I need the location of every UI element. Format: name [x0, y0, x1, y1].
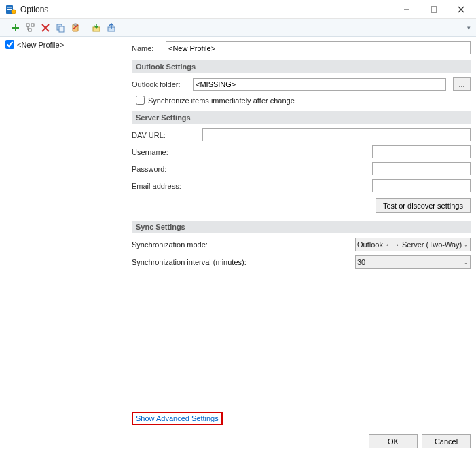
svg-rect-1	[7, 7, 12, 8]
toolbar-overflow-icon[interactable]: ▾	[464, 24, 473, 31]
tree-icon[interactable]	[24, 21, 37, 35]
export-icon[interactable]	[105, 21, 118, 35]
advanced-link-highlight: Show Advanced Settings	[132, 412, 223, 425]
add-icon[interactable]	[9, 21, 22, 35]
sync-immediate-checkbox[interactable]	[136, 96, 145, 105]
svg-rect-10	[26, 24, 29, 26]
dav-url-input[interactable]	[202, 128, 471, 141]
toolbar-grip	[5, 22, 5, 33]
chevron-down-icon: ⌄	[464, 242, 469, 248]
username-input[interactable]	[372, 145, 471, 158]
minimize-button[interactable]	[393, 0, 420, 19]
settings-panel: Name: Outlook Settings Outlook folder: .…	[126, 37, 476, 431]
email-label: Email address:	[132, 182, 198, 190]
outlook-folder-label: Outlook folder:	[132, 80, 189, 88]
test-discover-button[interactable]: Test or discover settings	[376, 198, 471, 213]
sync-mode-label: Synchronization mode:	[132, 240, 208, 249]
sync-settings-header: Sync Settings	[132, 221, 471, 233]
svg-rect-5	[431, 7, 437, 12]
show-advanced-link[interactable]: Show Advanced Settings	[136, 414, 219, 422]
server-settings-header: Server Settings	[132, 111, 471, 124]
maximize-button[interactable]	[420, 0, 447, 19]
name-label: Name:	[132, 44, 162, 52]
chevron-down-icon: ⌄	[464, 259, 469, 266]
profile-checkbox[interactable]	[5, 40, 14, 49]
delete-icon[interactable]	[39, 21, 52, 35]
copy-icon[interactable]	[54, 21, 67, 35]
app-icon	[5, 4, 16, 15]
svg-rect-11	[31, 24, 34, 26]
password-input[interactable]	[372, 162, 471, 175]
browse-folder-button[interactable]: ...	[453, 77, 471, 91]
import-icon[interactable]	[90, 21, 103, 35]
dav-url-label: DAV URL:	[132, 131, 198, 139]
clipboard-icon[interactable]	[69, 21, 82, 35]
name-input[interactable]	[166, 41, 471, 54]
username-label: Username:	[132, 148, 198, 156]
profile-list: <New Profile>	[0, 37, 126, 431]
toolbar-sep	[86, 22, 86, 33]
cancel-button[interactable]: Cancel	[422, 434, 471, 448]
sync-mode-select[interactable]: Outlook ←→ Server (Two-Way)⌄	[355, 238, 471, 251]
profile-label: <New Profile>	[17, 41, 64, 49]
dialog-footer: OK Cancel	[0, 431, 476, 451]
sync-immediate-label: Synchronize items immediately after chan…	[148, 96, 295, 105]
svg-rect-20	[74, 24, 77, 26]
svg-rect-12	[29, 29, 31, 31]
svg-rect-18	[59, 26, 64, 32]
window-title: Options	[20, 5, 393, 14]
close-button[interactable]	[447, 0, 475, 19]
toolbar: ▾	[0, 19, 476, 37]
main-body: <New Profile> Name: Outlook Settings Out…	[0, 37, 476, 431]
sync-interval-select[interactable]: 30⌄	[355, 255, 471, 269]
ok-button[interactable]: OK	[369, 434, 418, 448]
outlook-folder-input[interactable]	[193, 78, 446, 91]
title-bar: Options	[0, 0, 476, 19]
svg-rect-2	[7, 9, 12, 10]
email-input[interactable]	[372, 179, 471, 192]
password-label: Password:	[132, 165, 198, 173]
sync-interval-label: Synchronization interval (minutes):	[132, 258, 246, 266]
outlook-settings-header: Outlook Settings	[132, 60, 471, 73]
svg-point-3	[12, 9, 16, 13]
profile-item[interactable]: <New Profile>	[4, 39, 122, 50]
